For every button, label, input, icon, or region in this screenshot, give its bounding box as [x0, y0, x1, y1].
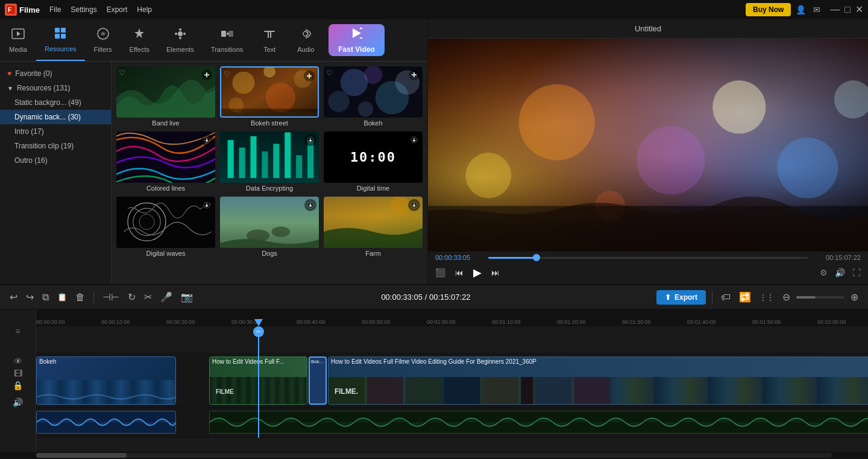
zoom-out-button[interactable]: ⊖: [780, 289, 793, 305]
tab-audio[interactable]: Audio: [288, 19, 324, 61]
grid-item-colored-lines[interactable]: Colored lines: [116, 131, 215, 192]
svg-rect-89: [535, 377, 571, 404]
volume-icon[interactable]: 🔊: [835, 268, 845, 277]
tab-effects[interactable]: Effects: [121, 19, 158, 61]
marker-button[interactable]: 🏷: [719, 290, 733, 305]
sidebar-resources-label: Resources (131): [17, 84, 71, 92]
sidebar-static-bg-label: Static backgro... (49): [14, 98, 81, 107]
video-clip-3[interactable]: How to Edit Videos Full Filme Video Edit…: [328, 356, 868, 405]
resources-icon: [54, 27, 67, 43]
ruler-mark-9: 00:01:30:00: [622, 319, 651, 325]
separator-1: [93, 291, 94, 303]
play-button[interactable]: ▶: [473, 266, 482, 279]
next-button[interactable]: ⏭: [491, 268, 500, 277]
svg-rect-50: [296, 155, 302, 178]
video-clip-3-label: How to Edit Videos Full Filme Video Edit…: [331, 358, 536, 365]
copy-button[interactable]: ⧉: [40, 290, 51, 305]
eye-icon[interactable]: 👁: [14, 356, 22, 366]
minimize-button[interactable]: —: [830, 5, 840, 14]
ruler-mark-8: 00:01:20:00: [557, 319, 586, 325]
sidebar-item-intro[interactable]: Intro (17): [0, 124, 111, 139]
tab-filters[interactable]: Filters: [85, 19, 121, 61]
prev-button[interactable]: ⏮: [455, 268, 464, 277]
grid-thumb-colored-lines: [116, 131, 215, 183]
paste-button[interactable]: 📋: [55, 290, 69, 304]
grid-item-digital-time[interactable]: 10:00 Digital time: [324, 131, 423, 192]
timeline-scrollbar[interactable]: [0, 452, 868, 459]
settings-icon[interactable]: ⚙: [820, 268, 828, 277]
sidebar-item-favorite[interactable]: ♥ Favorite (0): [0, 66, 111, 81]
grid-item-bokeh-street[interactable]: ♡ Bokeh street: [220, 66, 319, 127]
bokeh-street-heart-icon: ♡: [224, 70, 230, 78]
menu-help[interactable]: Help: [137, 5, 152, 14]
bokeh-street-add-overlay: [303, 70, 315, 84]
stop-button[interactable]: ⬛: [435, 268, 445, 277]
buy-now-button[interactable]: Buy Now: [746, 3, 791, 16]
close-button[interactable]: ✕: [855, 5, 863, 14]
undo-button[interactable]: ↩: [7, 289, 20, 305]
mic-button[interactable]: 🎤: [158, 289, 175, 305]
grid-item-digital-waves[interactable]: Digital waves: [116, 197, 215, 257]
lock-icon[interactable]: 🔒: [13, 381, 23, 390]
camera-button[interactable]: 📷: [178, 289, 195, 305]
loop-button[interactable]: 🔁: [737, 289, 753, 305]
keyframe-button[interactable]: ⋮⋮: [757, 291, 776, 304]
tab-transitions[interactable]: Transitions: [203, 19, 251, 61]
grid-thumb-farm: [324, 197, 423, 248]
delete-button[interactable]: 🗑: [73, 290, 87, 305]
menu-settings[interactable]: Settings: [71, 5, 96, 14]
fullscreen-icon[interactable]: ⛶: [852, 268, 861, 277]
menu-export[interactable]: Export: [107, 5, 128, 14]
notification-icon[interactable]: ✉: [813, 5, 820, 14]
bokeh-clip[interactable]: Bokeh: [36, 356, 176, 405]
fast-video-tab[interactable]: Fast Video: [329, 24, 384, 56]
tab-media[interactable]: Media: [0, 19, 36, 61]
zoom-in-button[interactable]: ⊕: [848, 289, 861, 305]
grid-item-bokeh[interactable]: ♡ Bokeh: [324, 66, 423, 127]
timeline-content: ≡ 👁 🎞 🔒 🔊 00:00:00:00 00:00:10:00 00:00:…: [0, 309, 868, 452]
scrubber-bar[interactable]: [488, 257, 808, 259]
redo-button[interactable]: ↪: [24, 289, 36, 305]
crop-button[interactable]: ✂: [142, 289, 154, 305]
rotate-button[interactable]: ↻: [125, 289, 138, 305]
split-button[interactable]: ⊣⊢: [100, 289, 122, 305]
grid-item-data-encrypting[interactable]: Data Encrypting: [220, 131, 319, 192]
grid-thumb-band-live: ♡: [116, 66, 215, 118]
sidebar-item-static-bg[interactable]: Static backgro... (49): [0, 95, 111, 110]
data-encrypt-download-icon: [304, 134, 316, 146]
menu-file[interactable]: File: [49, 5, 61, 14]
audio-track: [36, 408, 868, 438]
speaker-icon[interactable]: 🔊: [13, 397, 23, 407]
zoom-slider[interactable]: [796, 296, 844, 299]
bokeh-audio-clip[interactable]: [36, 411, 176, 434]
sidebar-item-dynamic-bg[interactable]: Dynamic back... (30): [0, 110, 111, 124]
timeline-track-controls: ≡ 👁 🎞 🔒 🔊: [0, 309, 36, 452]
main-audio-clip[interactable]: [209, 411, 868, 434]
video-clip-2[interactable]: Bokeh s...: [309, 356, 327, 405]
sidebar-item-resources[interactable]: ▼ Resources (131): [0, 81, 111, 95]
sidebar-item-transition-clip[interactable]: Transition clip (19): [0, 139, 111, 153]
svg-point-36: [364, 66, 382, 84]
playback-row: ⬛ ⏮ ▶ ⏭ ⚙ 🔊 ⛶: [435, 264, 861, 282]
scrollbar-thumb[interactable]: [36, 453, 127, 458]
grid-item-band-live[interactable]: ♡ Band live: [116, 66, 215, 127]
digital-time-download-icon: [408, 134, 420, 146]
preview-title: Untitled: [428, 19, 868, 39]
film-icon[interactable]: 🎞: [14, 369, 22, 378]
grid-item-dogs[interactable]: Dogs: [220, 197, 319, 257]
bokeh-heart-icon: ♡: [326, 69, 333, 77]
grid-item-farm[interactable]: Farm: [324, 197, 423, 257]
left-panel: Media Resources Filters Effects: [0, 19, 428, 284]
hamburger-icon[interactable]: ≡: [15, 326, 20, 336]
scrubber-thumb[interactable]: [533, 254, 540, 261]
ruler-mark-0: 00:00:00:00: [36, 319, 65, 325]
tab-text[interactable]: Text: [251, 19, 288, 61]
playback-controls: ⬛ ⏮ ▶ ⏭: [435, 264, 500, 282]
video-clip-1[interactable]: How to Edit Videos Full F... FILME: [209, 356, 307, 405]
maximize-button[interactable]: □: [844, 5, 851, 14]
export-button[interactable]: ⬆ Export: [656, 290, 706, 305]
sidebar-item-outro[interactable]: Outro (16): [0, 153, 111, 168]
tab-resources[interactable]: Resources: [36, 19, 85, 61]
account-icon[interactable]: 👤: [796, 5, 806, 14]
tab-elements[interactable]: Elements: [158, 19, 203, 61]
